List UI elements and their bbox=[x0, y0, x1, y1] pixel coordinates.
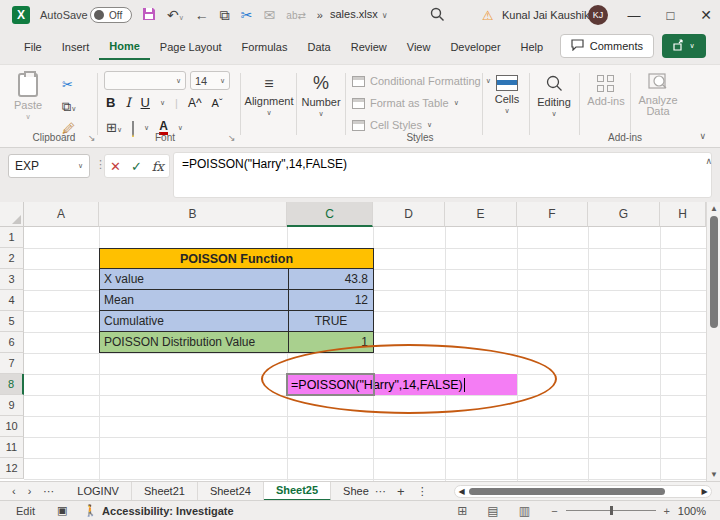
column-header-f[interactable]: F bbox=[517, 202, 588, 227]
cancel-icon[interactable]: ✕ bbox=[110, 159, 121, 174]
tab-developer[interactable]: Developer bbox=[440, 35, 510, 59]
scroll-left-icon[interactable]: ◀ bbox=[455, 487, 468, 496]
row-header-7[interactable]: 7 bbox=[0, 353, 24, 374]
row-header-1[interactable]: 1 bbox=[0, 227, 24, 248]
borders-button[interactable]: ⊞∨ bbox=[106, 120, 122, 135]
font-size-select[interactable]: 14∨ bbox=[190, 71, 230, 90]
row-header-6[interactable]: 6 bbox=[0, 332, 24, 353]
editing-cell-c8[interactable]: =POISSON("Harry",14,FALSE) bbox=[287, 374, 517, 395]
sheet-tab-sheet24[interactable]: Sheet24 bbox=[198, 482, 264, 501]
editing-button[interactable]: Editing ∨ bbox=[533, 75, 575, 118]
cells-button[interactable]: Cells ∨ bbox=[489, 75, 525, 115]
horizontal-scrollbar[interactable]: ◀ ▶ bbox=[454, 485, 712, 498]
column-header-c[interactable]: C bbox=[287, 202, 373, 227]
row-header-12[interactable]: 12 bbox=[0, 458, 24, 479]
italic-button[interactable]: I bbox=[125, 95, 130, 110]
macro-record-icon[interactable]: ▣ bbox=[57, 504, 67, 517]
zoom-level[interactable]: 100% bbox=[678, 505, 706, 517]
sheet-tab-partial[interactable]: Shee bbox=[331, 482, 373, 501]
search-icon[interactable] bbox=[430, 7, 445, 24]
tab-insert[interactable]: Insert bbox=[52, 35, 100, 59]
autosave-toggle[interactable]: Off bbox=[90, 7, 132, 23]
cut-icon[interactable]: ✂ bbox=[241, 7, 253, 23]
row-header-8[interactable]: 8 bbox=[0, 374, 24, 395]
tab-data[interactable]: Data bbox=[297, 35, 340, 59]
sheet-nav-right-icon[interactable]: › bbox=[28, 485, 32, 497]
row-header-11[interactable]: 11 bbox=[0, 437, 24, 458]
close-button[interactable]: ✕ bbox=[700, 7, 712, 23]
underline-button[interactable]: U bbox=[141, 95, 150, 110]
table-row[interactable]: Cumulative TRUE bbox=[99, 311, 374, 332]
fill-color-chevron-icon[interactable]: ∨ bbox=[144, 124, 149, 132]
table-row[interactable]: POISSON Distribution Value 1 bbox=[99, 332, 374, 353]
clipboard-dialog-launcher-icon[interactable]: ↘ bbox=[88, 133, 96, 143]
normal-view-icon[interactable]: ⊞ bbox=[457, 504, 467, 518]
tab-view[interactable]: View bbox=[397, 35, 441, 59]
ribbon-collapse-icon[interactable]: ∨ bbox=[699, 131, 706, 141]
insert-function-icon[interactable]: fx bbox=[152, 159, 164, 174]
alignment-button[interactable]: ≡ Alignment ∨ bbox=[246, 75, 292, 117]
number-button[interactable]: % Number ∨ bbox=[300, 73, 342, 118]
column-header-h[interactable]: H bbox=[660, 202, 706, 227]
avatar[interactable]: KJ bbox=[588, 5, 608, 25]
accessibility-status[interactable]: Accessibility: Investigate bbox=[102, 505, 233, 517]
document-title[interactable]: sales.xlsx∨ bbox=[330, 8, 388, 20]
font-dialog-launcher-icon[interactable]: ↘ bbox=[228, 133, 236, 143]
format-as-table-button[interactable]: Format as Table∨ bbox=[352, 97, 459, 109]
table-title-row[interactable]: POISSON Function bbox=[99, 248, 374, 269]
sheet-overflow-icon[interactable]: ⋯ bbox=[375, 485, 387, 498]
column-header-e[interactable]: E bbox=[445, 202, 517, 227]
font-name-select[interactable]: ∨ bbox=[104, 71, 186, 90]
email-icon[interactable]: ✉ bbox=[264, 7, 276, 23]
copy-icon[interactable]: ⧉∨ bbox=[62, 99, 76, 115]
grow-font-button[interactable]: A^ bbox=[188, 96, 202, 110]
vertical-scrollbar[interactable]: ▲ ▼ bbox=[706, 202, 720, 481]
scroll-right-icon[interactable]: ▶ bbox=[698, 487, 711, 496]
tab-page-layout[interactable]: Page Layout bbox=[150, 35, 232, 59]
formula-input[interactable]: =POISSON("Harry",14,FALSE) bbox=[173, 152, 712, 198]
maximize-button[interactable]: □ bbox=[666, 8, 674, 23]
scroll-down-icon[interactable]: ▼ bbox=[707, 468, 720, 481]
excel-app-icon[interactable]: X bbox=[12, 6, 30, 24]
conditional-formatting-button[interactable]: Conditional Formatting∨ bbox=[352, 75, 491, 87]
qat-overflow-icon[interactable]: » bbox=[317, 9, 323, 21]
row-header-3[interactable]: 3 bbox=[0, 269, 24, 290]
cell-styles-button[interactable]: Cell Styles∨ bbox=[352, 119, 432, 131]
addins-button[interactable]: Add-ins bbox=[586, 75, 626, 107]
copy-icon[interactable]: ⧉ bbox=[220, 7, 230, 24]
font-color-chevron-icon[interactable]: ∨ bbox=[178, 124, 183, 132]
warning-icon[interactable]: ⚠ bbox=[482, 8, 494, 23]
column-header-d[interactable]: D bbox=[373, 202, 445, 227]
add-sheet-icon[interactable]: + bbox=[397, 484, 405, 499]
undo-icon[interactable]: ↶∨ bbox=[167, 7, 184, 23]
cut-icon[interactable]: ✂ bbox=[62, 77, 73, 92]
row-header-4[interactable]: 4 bbox=[0, 290, 24, 311]
paste-button[interactable]: Paste ∨ bbox=[14, 73, 42, 121]
underline-chevron-icon[interactable]: ∨ bbox=[160, 99, 165, 107]
column-header-g[interactable]: G bbox=[588, 202, 660, 227]
column-header-b[interactable]: B bbox=[99, 202, 287, 227]
zoom-in-icon[interactable]: + bbox=[664, 505, 670, 517]
sheet-list-icon[interactable]: ⋯ bbox=[43, 485, 55, 498]
table-row[interactable]: X value 43.8 bbox=[99, 269, 374, 290]
user-name[interactable]: Kunal Jai Kaushik bbox=[502, 9, 589, 21]
bold-button[interactable]: B bbox=[106, 95, 115, 110]
table-row[interactable]: Mean 12 bbox=[99, 290, 374, 311]
name-box[interactable]: EXP ∨ bbox=[8, 154, 90, 178]
shrink-font-button[interactable]: Aˇ bbox=[212, 97, 223, 109]
row-header-2[interactable]: 2 bbox=[0, 248, 24, 269]
page-layout-view-icon[interactable]: ▤ bbox=[487, 504, 498, 518]
tab-help[interactable]: Help bbox=[511, 35, 554, 59]
sheet-nav-left-icon[interactable]: ‹ bbox=[12, 485, 16, 497]
row-header-9[interactable]: 9 bbox=[0, 395, 24, 416]
tab-formulas[interactable]: Formulas bbox=[232, 35, 298, 59]
row-header-5[interactable]: 5 bbox=[0, 311, 24, 332]
horizontal-scroll-thumb[interactable] bbox=[469, 488, 665, 495]
sheet-menu-icon[interactable]: ⋮ bbox=[417, 485, 428, 498]
zoom-slider[interactable] bbox=[566, 510, 656, 511]
zoom-slider-handle[interactable] bbox=[610, 506, 613, 515]
share-button[interactable]: ∨ bbox=[662, 34, 706, 58]
zoom-out-icon[interactable]: − bbox=[551, 505, 557, 517]
back-arrow-icon[interactable]: ← bbox=[195, 7, 209, 23]
column-header-a[interactable]: A bbox=[24, 202, 99, 227]
